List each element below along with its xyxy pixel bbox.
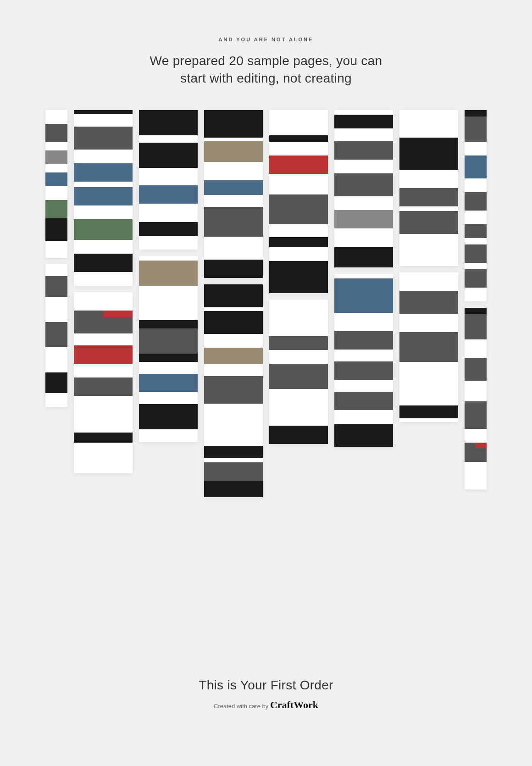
gallery-column xyxy=(399,110,458,497)
gallery-column xyxy=(45,110,67,497)
footer-title: This is Your First Order xyxy=(0,678,532,693)
sample-page-thumbnail xyxy=(45,264,67,407)
gallery-column xyxy=(269,110,328,497)
sample-page-thumbnail xyxy=(465,110,487,301)
sample-page-thumbnail xyxy=(465,308,487,489)
sample-page-thumbnail xyxy=(204,110,263,278)
header-block: AND YOU ARE NOT ALONE We prepared 20 sam… xyxy=(0,0,532,87)
gallery-column xyxy=(334,110,393,497)
sample-page-thumbnail xyxy=(399,272,458,422)
sample-page-thumbnail xyxy=(334,110,393,267)
footer-subtitle: Created with care by CraftWork xyxy=(0,699,532,711)
sample-page-thumbnail xyxy=(139,256,198,442)
sample-page-thumbnail xyxy=(204,284,263,497)
main-heading: We prepared 20 sample pages, you can sta… xyxy=(0,52,532,87)
sample-page-thumbnail xyxy=(45,110,67,258)
sample-page-thumbnail xyxy=(269,300,328,444)
gallery-column xyxy=(465,110,487,497)
gallery-column xyxy=(74,110,133,497)
heading-line-2: start with editing, not creating xyxy=(180,71,352,85)
footer-sub-prefix: Created with care by xyxy=(214,703,270,710)
footer-block: This is Your First Order Created with ca… xyxy=(0,678,532,711)
gallery-column xyxy=(204,110,263,497)
heading-line-1: We prepared 20 sample pages, you can xyxy=(150,54,382,68)
sample-page-thumbnail xyxy=(74,292,133,473)
sample-page-thumbnail xyxy=(269,110,328,293)
brand-logo: CraftWork xyxy=(270,699,318,710)
overline-text: AND YOU ARE NOT ALONE xyxy=(0,37,532,42)
sample-page-thumbnail xyxy=(334,274,393,447)
sample-page-thumbnail xyxy=(399,110,458,266)
sample-page-thumbnail xyxy=(74,110,133,286)
gallery-column xyxy=(139,110,198,497)
sample-pages-gallery xyxy=(0,110,532,497)
sample-page-thumbnail xyxy=(139,110,198,250)
